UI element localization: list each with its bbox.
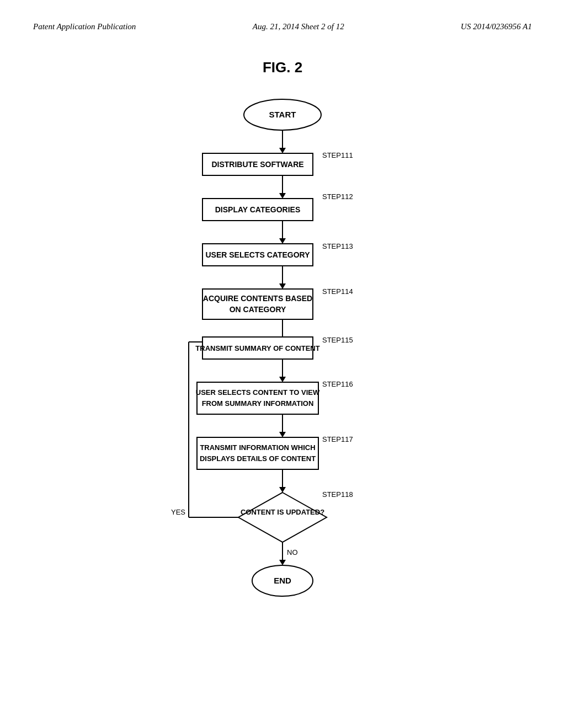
page-header: Patent Application Publication Aug. 21, … [0,0,565,37]
svg-text:STEP113: STEP113 [322,242,353,250]
svg-marker-44 [238,493,327,542]
svg-text:START: START [269,110,296,119]
svg-text:DISPLAY CATEGORIES: DISPLAY CATEGORIES [215,205,301,214]
svg-rect-38 [197,437,318,469]
svg-text:FROM SUMMARY INFORMATION: FROM SUMMARY INFORMATION [202,399,314,408]
svg-marker-36 [279,432,286,437]
flowchart-svg: START STEP111 DISTRIBUTE SOFTWARE STEP11… [145,93,420,688]
flowchart: START STEP111 DISTRIBUTE SOFTWARE STEP11… [0,93,565,721]
svg-marker-47 [279,560,286,565]
svg-text:CONTENT IS UPDATED?: CONTENT IS UPDATED? [241,508,324,516]
svg-text:ON CATEGORY: ON CATEGORY [230,305,286,314]
svg-text:ACQUIRE CONTENTS BASED: ACQUIRE CONTENTS BASED [203,294,312,303]
svg-text:USER SELECTS CONTENT TO VIEW: USER SELECTS CONTENT TO VIEW [196,388,320,397]
svg-text:STEP118: STEP118 [322,490,353,499]
svg-text:STEP112: STEP112 [322,192,353,201]
svg-text:DISPLAYS DETAILS OF CONTENT: DISPLAYS DETAILS OF CONTENT [200,454,316,463]
svg-text:END: END [274,576,291,585]
svg-text:STEP114: STEP114 [322,287,353,296]
figure-title: FIG. 2 [0,59,565,76]
svg-marker-30 [279,377,286,382]
header-left: Patent Application Publication [33,22,136,31]
svg-text:NO: NO [287,548,298,556]
svg-text:STEP111: STEP111 [322,151,353,159]
svg-text:TRANSMIT SUMMARY OF CONTENT: TRANSMIT SUMMARY OF CONTENT [195,344,319,352]
svg-text:TRANSMIT INFORMATION WHICH: TRANSMIT INFORMATION WHICH [200,443,315,452]
header-right: US 2014/0236956 A1 [461,22,532,31]
svg-marker-3 [279,148,286,153]
svg-text:STEP115: STEP115 [322,336,353,344]
svg-marker-8 [279,193,286,199]
svg-text:STEP117: STEP117 [322,435,353,443]
svg-text:USER SELECTS CATEGORY: USER SELECTS CATEGORY [205,250,310,259]
svg-text:STEP116: STEP116 [322,380,353,388]
svg-rect-32 [197,382,318,414]
svg-marker-18 [279,283,286,289]
svg-marker-13 [279,238,286,244]
header-center: Aug. 21, 2014 Sheet 2 of 12 [253,22,344,31]
svg-text:DISTRIBUTE SOFTWARE: DISTRIBUTE SOFTWARE [211,160,303,169]
svg-text:YES: YES [171,508,185,516]
svg-marker-42 [279,487,286,493]
